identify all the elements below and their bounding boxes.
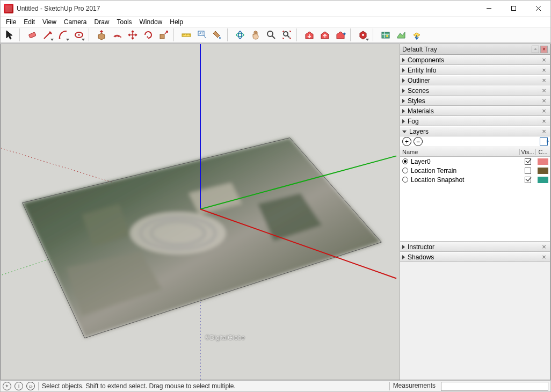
app-icon [4,4,13,13]
layer-color-swatch[interactable] [538,168,548,174]
add-layer-button[interactable]: + [402,137,411,146]
svg-rect-1 [511,6,516,11]
tool-zoom-extents[interactable] [280,28,294,42]
tool-arc[interactable] [56,28,70,42]
tool-line[interactable] [41,28,55,42]
panel-materials[interactable]: Materials× [400,106,550,116]
layer-radio[interactable] [402,168,408,173]
maximize-button[interactable] [501,1,526,16]
layer-row[interactable]: Location Terrain [400,166,550,175]
panel-outliner[interactable]: Outliner× [400,75,550,85]
tool-zoom[interactable] [264,28,278,42]
panel-styles[interactable]: Styles× [400,96,550,106]
tool-offset[interactable] [110,28,124,42]
layer-row[interactable]: Layer0 [400,157,550,166]
layer-visible[interactable] [520,158,536,165]
menu-window[interactable]: Window [136,17,166,27]
tool-move[interactable] [126,28,140,42]
close-button[interactable] [526,1,550,16]
tray-title-label: Default Tray [402,46,437,53]
close-icon[interactable]: × [540,87,548,95]
status-credits-icon[interactable]: i [15,382,23,390]
close-icon[interactable]: × [540,67,548,74]
col-color[interactable]: C... [536,149,550,155]
layers-panel-body: + − Name Vis... C... Layer0Location Terr… [400,136,550,242]
tool-select[interactable] [3,28,17,42]
viewport-watermark: ©DigitalGlobe [205,334,245,342]
layer-visible[interactable] [520,177,536,183]
tool-text[interactable]: A1 [195,28,209,42]
layer-visible[interactable] [520,168,536,174]
svg-point-16 [362,34,364,36]
close-icon[interactable]: × [540,97,548,105]
close-icon[interactable]: × [540,77,548,84]
panel-fog[interactable]: Fog× [400,116,550,126]
titlebar: Untitled - SketchUp Pro 2017 [1,1,550,17]
tool-tape[interactable] [179,28,193,42]
tool-photo-textures[interactable] [410,28,424,42]
tool-orbit[interactable] [233,28,247,42]
tool-pan[interactable] [249,28,263,42]
tool-eraser[interactable] [25,28,39,42]
close-icon[interactable]: × [540,118,548,125]
svg-rect-8 [160,34,164,39]
panel-components[interactable]: Components× [400,55,550,65]
panel-instructor[interactable]: Instructor× [400,242,550,252]
menu-draw[interactable]: Draw [91,17,113,27]
panel-layers[interactable]: Layers× [400,126,550,136]
svg-point-18 [386,35,388,37]
main-area: ©DigitalGlobe Default Tray ▫ × Component… [1,43,550,380]
menu-tools[interactable]: Tools [114,17,135,27]
layer-radio[interactable] [402,158,408,164]
status-user-icon[interactable]: ☺ [26,382,35,390]
tool-paint[interactable] [211,28,224,42]
close-icon[interactable]: × [540,107,548,115]
menu-help[interactable]: Help [166,17,186,27]
tool-warehouse-get[interactable] [302,28,316,42]
menu-camera[interactable]: Camera [61,17,90,27]
tool-add-location[interactable] [379,28,393,42]
svg-rect-17 [382,32,389,38]
minimize-button[interactable] [476,1,501,16]
tool-extension-warehouse[interactable] [356,28,370,42]
tool-toggle-terrain[interactable] [394,28,408,42]
svg-rect-4 [28,32,36,38]
layer-color-swatch[interactable] [538,158,548,165]
status-geolocation-icon[interactable]: ⌖ [3,382,11,390]
tool-shapes[interactable] [72,28,86,42]
tray-pin-icon[interactable]: ▫ [532,46,539,53]
status-hint: Select objects. Shift to extend select. … [42,382,236,390]
remove-layer-button[interactable]: − [414,137,423,146]
svg-point-7 [78,34,80,36]
close-icon[interactable]: × [540,128,548,135]
viewport-3d[interactable]: ©DigitalGlobe [1,43,400,380]
svg-text:A1: A1 [199,32,204,35]
close-icon[interactable]: × [540,243,548,251]
menu-file[interactable]: File [3,17,19,27]
menu-view[interactable]: View [39,17,60,27]
panel-scenes[interactable]: Scenes× [400,85,550,96]
layers-columns: Name Vis... C... [400,147,550,157]
layers-details-button[interactable] [540,137,548,146]
close-icon[interactable]: × [540,56,548,64]
tray-close-icon[interactable]: × [540,46,548,53]
measurements-input[interactable] [441,382,548,391]
layer-radio[interactable] [402,177,408,183]
layer-color-swatch[interactable] [538,177,548,183]
menu-edit[interactable]: Edit [20,17,38,27]
close-icon[interactable]: × [540,253,548,261]
panel-entity-info[interactable]: Entity Info× [400,65,550,75]
layer-row[interactable]: Location Snapshot [400,175,550,184]
tool-pushpull[interactable] [95,28,108,42]
tool-rotate[interactable] [141,28,155,42]
col-visible[interactable]: Vis... [520,149,536,155]
tool-scale[interactable] [157,28,171,42]
tool-warehouse-share[interactable] [318,28,332,42]
tool-share-model[interactable] [334,28,347,42]
menubar: File Edit View Camera Draw Tools Window … [1,17,550,27]
measurements-label: Measurements [389,382,438,390]
layer-name: Layer0 [411,158,520,165]
panel-shadows[interactable]: Shadows× [400,252,550,262]
col-name[interactable]: Name [400,149,520,155]
tray-title[interactable]: Default Tray ▫ × [400,44,550,55]
